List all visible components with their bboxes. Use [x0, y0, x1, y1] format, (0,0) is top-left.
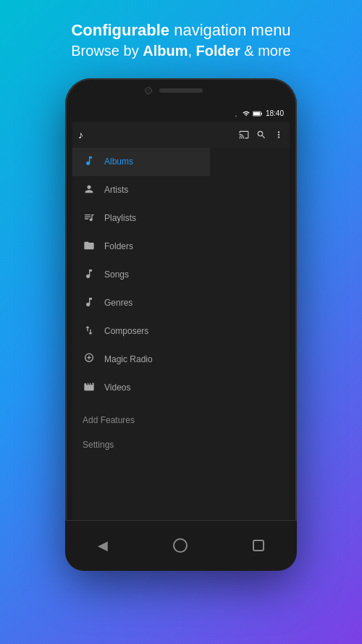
nav-item-artists[interactable]: Artists — [72, 176, 210, 204]
header-line2: Browse by Album, Folder & more — [71, 41, 290, 60]
albums-icon — [83, 155, 96, 169]
search-icon[interactable] — [256, 130, 266, 140]
videos-label: Videos — [104, 382, 130, 393]
signal-icon — [243, 110, 250, 117]
toolbar-actions — [239, 130, 284, 140]
time-display: 18:40 — [266, 109, 284, 117]
nav-item-folders[interactable]: Folders — [72, 233, 210, 261]
phone-nav-bar: ◀ — [65, 520, 297, 571]
playlists-label: Playlists — [104, 213, 136, 223]
home-button[interactable] — [173, 538, 188, 553]
svg-rect-1 — [261, 112, 262, 114]
playlists-icon — [83, 212, 96, 225]
nav-item-magic-radio[interactable]: Magic Radio — [72, 346, 210, 374]
cast-icon[interactable] — [239, 130, 249, 140]
header-normal2: Browse by — [71, 43, 143, 59]
phone-mockup: 18:40 ♪ — [65, 78, 297, 571]
header-section: Configurable navigation menu Browse by A… — [49, 0, 312, 75]
header-bold2: Album — [143, 43, 188, 59]
header-normal1: navigation menu — [169, 21, 291, 39]
nav-item-composers[interactable]: Composers — [72, 317, 210, 346]
status-icons: 18:40 — [232, 109, 284, 117]
wifi-icon — [232, 110, 240, 117]
artists-label: Artists — [104, 185, 128, 195]
phone-speaker — [159, 88, 203, 93]
header-suffix: & more — [240, 43, 291, 59]
phone-body: 18:40 ♪ — [65, 78, 297, 571]
nav-item-playlists[interactable]: Playlists — [72, 204, 210, 233]
back-button[interactable]: ◀ — [98, 538, 108, 553]
nav-item-albums[interactable]: Albums — [72, 148, 210, 176]
magic-radio-icon — [83, 353, 96, 367]
recents-button[interactable] — [253, 540, 264, 551]
header-bold1: Configurable — [71, 21, 169, 39]
albums-label: Albums — [104, 156, 133, 167]
nav-item-add-features[interactable]: Add Features — [72, 408, 210, 432]
nav-item-songs[interactable]: Songs — [72, 261, 210, 289]
nav-item-genres[interactable]: Genres — [72, 289, 210, 317]
header-bold3: Folder — [196, 43, 240, 59]
more-icon[interactable] — [274, 130, 284, 140]
phone-screen: 18:40 ♪ — [72, 106, 290, 520]
app-toolbar: ♪ — [72, 122, 290, 148]
genres-label: Genres — [104, 298, 132, 308]
songs-label: Songs — [104, 269, 129, 280]
header-comma: , — [188, 43, 195, 59]
composers-label: Composers — [104, 326, 148, 336]
battery-icon — [253, 110, 263, 117]
status-bar: 18:40 — [72, 106, 290, 122]
songs-icon — [83, 268, 96, 282]
header-line1: Configurable navigation menu — [71, 20, 290, 41]
svg-rect-2 — [253, 112, 260, 115]
videos-icon — [83, 381, 96, 395]
genres-icon — [83, 296, 96, 310]
folders-label: Folders — [104, 241, 133, 251]
composers-icon — [83, 325, 96, 338]
music-note-icon: ♪ — [78, 129, 235, 141]
magic-radio-label: Magic Radio — [104, 354, 153, 364]
folders-icon — [83, 240, 96, 254]
settings-label: Settings — [83, 440, 114, 450]
add-features-label: Add Features — [83, 415, 135, 425]
nav-item-videos[interactable]: Videos — [72, 374, 210, 402]
artists-icon — [83, 183, 96, 197]
nav-item-settings[interactable]: Settings — [72, 432, 210, 457]
phone-camera — [145, 87, 152, 94]
